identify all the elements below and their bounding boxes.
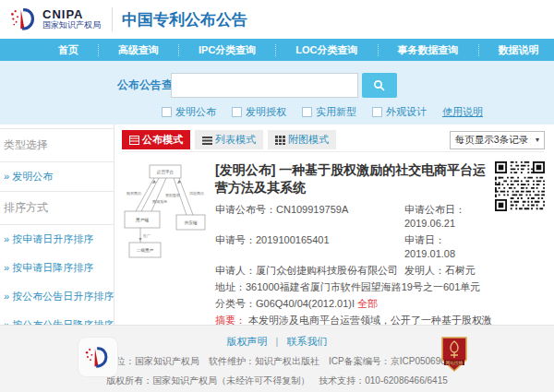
- header: CNIPA 国家知识产权局 中国专利公布公告: [0, 0, 554, 39]
- copyright-statement-link[interactable]: 版权声明: [227, 336, 268, 347]
- svg-text:供应端: 供应端: [185, 220, 198, 225]
- sidebar-item-sort-appdate-asc[interactable]: »按申请日升序排序: [0, 225, 114, 254]
- tab-list-mode[interactable]: 列表模式: [195, 130, 263, 149]
- nav-loc-search[interactable]: LOC分类查询: [276, 44, 378, 56]
- checkbox-icon[interactable]: [232, 107, 242, 117]
- nav-transaction-data[interactable]: 事务数据查询: [379, 44, 479, 56]
- checkbox-utility-model[interactable]: 实用新型: [302, 105, 356, 119]
- chevron-right-icon: »: [4, 262, 9, 273]
- logo-org-name: 国家知识产权局: [42, 20, 101, 30]
- search-button[interactable]: [362, 73, 397, 98]
- svg-text:购买商品: 购买商品: [126, 191, 141, 196]
- usage-help-link[interactable]: 使用说明: [442, 105, 483, 119]
- svg-text:推广: 推广: [143, 233, 151, 238]
- publication-mode-icon: [129, 136, 139, 145]
- checkbox-design[interactable]: 外观设计: [372, 105, 427, 119]
- logo-text: CNIPA 国家知识产权局: [42, 8, 101, 30]
- field-ipc-class: 分类号：G06Q40/04(2012.01)I 全部: [215, 297, 378, 311]
- svg-text:网站找错: 网站找错: [446, 360, 464, 365]
- sidebar: 类型选择 »发明公布 排序方式 »按申请日升序排序 »按申请日降序排序 »按公布…: [0, 125, 114, 325]
- nav-ipc-search[interactable]: IPC分类查询: [179, 44, 276, 56]
- field-app-number: 申请号：2019100165401: [215, 233, 404, 261]
- list-mode-icon: [202, 136, 212, 145]
- qr-code: [495, 161, 545, 211]
- nav-data-description[interactable]: 数据说明: [479, 44, 554, 56]
- chevron-right-icon: »: [4, 291, 9, 302]
- patent-title[interactable]: [发明公布] 一种基于股权激励的社交电商平台运营方法及其系统: [215, 161, 495, 196]
- tab-publication-mode[interactable]: 公布模式: [122, 130, 190, 149]
- svg-text:二级用户: 二级用户: [137, 248, 154, 254]
- field-inventor: 发明人：石树元: [404, 264, 476, 278]
- view-mode-toolbar: 公布模式 列表模式 附图模式 每页显示3条记录 ▾: [122, 130, 545, 152]
- svg-text:供应商品: 供应商品: [189, 191, 204, 196]
- svg-text:激励股权: 激励股权: [165, 193, 180, 197]
- field-pub-date: 申请公布日：2019.06.21: [404, 203, 495, 231]
- field-pub-number: 申请公布号：CN109919759A: [215, 203, 404, 231]
- header-divider: [112, 7, 113, 31]
- figure-mode-icon: [275, 136, 285, 145]
- checkbox-invention-publication[interactable]: 发明公布: [162, 105, 216, 119]
- checkbox-icon[interactable]: [372, 107, 382, 117]
- cnipa-logo: CNIPA 国家知识产权局: [9, 6, 101, 32]
- checkbox-invention-grant[interactable]: 发明授权: [232, 105, 286, 119]
- ipc-all-link[interactable]: 全部: [357, 298, 378, 309]
- cnipa-logo-icon: [9, 6, 39, 32]
- checkbox-icon[interactable]: [162, 107, 172, 117]
- type-select-heading: 类型选择: [0, 128, 114, 162]
- field-address: 地址：361000福建省厦门市软件园望海路19号之一601单元: [215, 280, 480, 294]
- search-label: 公布公告查询: [117, 77, 162, 93]
- search-icon: [373, 79, 386, 92]
- page-size-select[interactable]: 每页显示3条记录 ▾: [450, 131, 545, 149]
- chevron-down-icon: ▾: [536, 136, 539, 144]
- checkbox-icon[interactable]: [302, 107, 312, 117]
- sidebar-item-invention-publication[interactable]: »发明公布: [0, 162, 114, 192]
- nav-home[interactable]: 首页: [39, 44, 99, 56]
- cnipa-logo-icon: [84, 345, 112, 370]
- field-app-date: 申请日：2019.01.08: [404, 233, 495, 261]
- sidebar-item-sort-pubdate-asc[interactable]: »按公布公告日升序排序: [0, 282, 114, 311]
- gov-error-report-badge[interactable]: 网站找错: [440, 336, 468, 373]
- search-panel: 公布公告查询 发明公布 发明授权 实用新型 外观设计: [0, 61, 554, 125]
- chevron-right-icon: »: [4, 233, 9, 244]
- field-applicant: 申请人：厦门众创捷购科技股份有限公司: [215, 264, 404, 278]
- main-nav: 首页 高级查询 IPC分类查询 LOC分类查询 事务数据查询 数据说明: [0, 39, 554, 61]
- site-title: 中国专利公布公告: [122, 9, 247, 30]
- logo-acronym: CNIPA: [42, 8, 101, 20]
- main-area: 类型选择 »发明公布 排序方式 »按申请日升序排序 »按申请日降序排序 »按公布…: [0, 125, 554, 325]
- nav-advanced-search[interactable]: 高级查询: [99, 44, 179, 56]
- page: CNIPA 国家知识产权局 中国专利公布公告 首页 高级查询 IPC分类查询 L…: [0, 0, 554, 392]
- contact-us-link[interactable]: 联系我们: [286, 336, 327, 347]
- footer-logo: [78, 337, 118, 377]
- footer: 版权声明 | 联系我们 主办单位：国家知识产权局 软件维护：知识产权出版社 IC…: [0, 325, 554, 392]
- search-input[interactable]: [171, 73, 358, 98]
- footer-link-separator: |: [276, 336, 279, 347]
- tab-figure-mode[interactable]: 附图模式: [268, 130, 336, 149]
- content: 公布模式 列表模式 附图模式 每页显示3条记录 ▾: [114, 125, 554, 325]
- svg-text:用户端: 用户端: [136, 218, 149, 223]
- sort-mode-heading: 排序方式: [0, 192, 114, 225]
- chevron-right-icon: »: [4, 171, 9, 182]
- svg-text:运营平台: 运营平台: [156, 169, 174, 175]
- sidebar-item-sort-appdate-desc[interactable]: »按申请日降序排序: [0, 254, 114, 282]
